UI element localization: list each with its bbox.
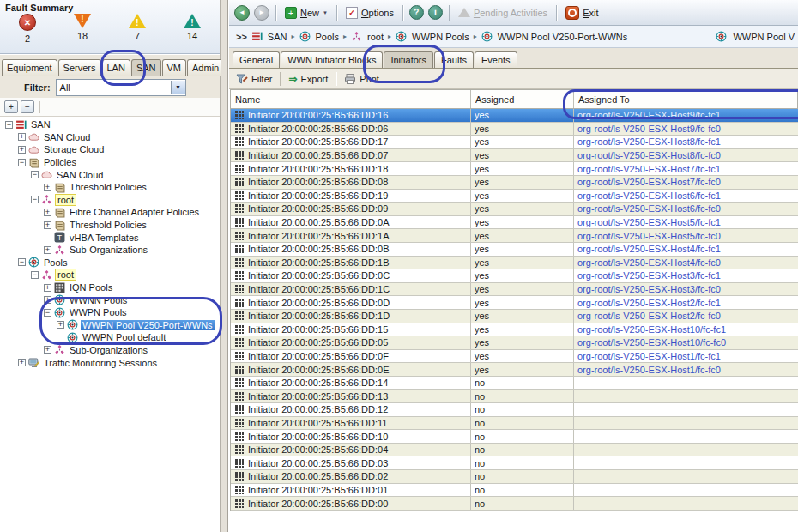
tree-expander-icon[interactable]: − <box>31 271 39 279</box>
tree-expander-icon[interactable]: + <box>44 184 51 191</box>
table-row[interactable]: Initiator 20:00:00:25:B5:66:DD:12no <box>231 403 798 417</box>
table-row[interactable]: Initiator 20:00:00:25:B5:66:DD:06yesorg-… <box>231 123 798 136</box>
cell-assigned-to[interactable]: org-root/ls-V250-ESX-Host3/fc-fc1 <box>574 269 798 282</box>
cell-assigned-to[interactable]: org-root/ls-V250-ESX-Host1/fc-fc0 <box>574 363 798 376</box>
table-row[interactable]: Initiator 20:00:00:25:B5:66:DD:04no <box>231 444 798 457</box>
breadcrumb-item-pools[interactable]: Pools <box>299 31 340 42</box>
new-button[interactable]: + New ▼ <box>282 6 330 20</box>
breadcrumb-item-wwpn-pool-v250-port-wwns[interactable]: WWPN Pool V250-Port-WWNs <box>481 31 628 42</box>
table-row[interactable]: Initiator 20:00:00:25:B5:66:DD:16yesorg-… <box>231 109 798 123</box>
table-row[interactable]: Initiator 20:00:00:25:B5:66:DD:1Dyesorg-… <box>231 310 798 323</box>
options-button[interactable]: ✓ Options <box>343 6 396 20</box>
cell-assigned-to[interactable]: org-root/ls-V250-ESX-Host2/fc-fc1 <box>574 296 798 309</box>
nav-tab-admin[interactable]: Admin <box>187 59 224 76</box>
tree-node-pools[interactable]: −Pools <box>0 257 220 269</box>
tree-expander-icon[interactable]: + <box>18 359 26 366</box>
panel-splitter[interactable] <box>221 0 228 532</box>
breadcrumb-item-root[interactable]: root <box>351 31 384 42</box>
table-row[interactable]: Initiator 20:00:00:25:B5:66:DD:1Ayesorg-… <box>231 229 798 243</box>
tab-general[interactable]: General <box>233 51 280 68</box>
tree-expander-icon[interactable]: + <box>57 321 64 329</box>
tree-node-wwpn-pool-default[interactable]: WWPN Pool default <box>0 331 220 344</box>
tree-expander-icon[interactable]: + <box>44 284 51 292</box>
filter-dropdown[interactable]: All ▼ <box>56 79 186 96</box>
tree-node-san-cloud[interactable]: −SAN Cloud <box>0 168 220 181</box>
tree-expander-icon[interactable]: − <box>18 159 26 166</box>
forward-button[interactable]: ► <box>254 5 269 21</box>
table-row[interactable]: Initiator 20:00:00:25:B5:66:DD:15yesorg-… <box>231 323 798 337</box>
breadcrumb-item-san[interactable]: SAN <box>251 31 287 42</box>
nav-tab-equipment[interactable]: Equipment <box>2 59 57 76</box>
tree-expander-icon[interactable]: − <box>31 196 39 203</box>
table-row[interactable]: Initiator 20:00:00:25:B5:66:DD:19yesorg-… <box>231 190 798 203</box>
tree-node-sub-organizations[interactable]: +Sub-Organizations <box>0 244 220 257</box>
tree-node-wwpn-pool-v250-port-wwns[interactable]: +WWPN Pool V250-Port-WWNs <box>0 319 220 332</box>
tree-expander-icon[interactable]: − <box>44 309 51 317</box>
chevron-down-icon[interactable]: ▼ <box>171 81 185 94</box>
table-row[interactable]: Initiator 20:00:00:25:B5:66:DD:03no <box>231 456 798 470</box>
tree-node-vhba-templates[interactable]: TvHBA Templates <box>0 231 220 244</box>
cell-assigned-to[interactable]: org-root/ls-V250-ESX-Host3/fc-fc0 <box>574 283 798 296</box>
cell-assigned-to[interactable]: org-root/ls-V250-ESX-Host4/fc-fc1 <box>574 243 798 256</box>
tree-node-wwnn-pools[interactable]: +WWNN Pools <box>0 293 220 306</box>
tree-node-sub-organizations[interactable]: +Sub-Organizations <box>0 344 220 357</box>
nav-tab-servers[interactable]: Servers <box>58 59 101 76</box>
cell-assigned-to[interactable]: org-root/ls-V250-ESX-Host5/fc-fc1 <box>574 216 798 229</box>
table-row[interactable]: Initiator 20:00:00:25:B5:66:DD:08yesorg-… <box>231 176 798 190</box>
tree-expander-icon[interactable]: + <box>18 133 26 141</box>
tree-node-storage-cloud[interactable]: +Storage Cloud <box>0 143 220 156</box>
tree-node-wwpn-pools[interactable]: −WWPN Pools <box>0 306 220 319</box>
help-button[interactable]: ? <box>409 5 424 20</box>
table-row[interactable]: Initiator 20:00:00:25:B5:66:DD:18yesorg-… <box>231 162 798 176</box>
tree-expander-icon[interactable]: − <box>31 171 39 178</box>
tab-initiators[interactable]: Initiators <box>384 51 433 68</box>
print-button[interactable]: Print <box>341 71 383 87</box>
table-row[interactable]: Initiator 20:00:00:25:B5:66:DD:05yesorg-… <box>231 336 798 350</box>
tree-node-policies[interactable]: −Policies <box>0 156 220 169</box>
column-header-name[interactable]: Name <box>231 90 471 108</box>
tree-node-san[interactable]: −SAN <box>0 118 220 131</box>
tree-node-san-cloud[interactable]: +SAN Cloud <box>0 131 220 144</box>
cell-assigned-to[interactable]: org-root/ls-V250-ESX-Host9/fc-fc1 <box>574 109 798 122</box>
cell-assigned-to[interactable]: org-root/ls-V250-ESX-Host8/fc-fc1 <box>574 136 798 148</box>
expand-all-button[interactable]: + <box>4 100 18 113</box>
tree-node-iqn-pools[interactable]: +IQN Pools <box>0 281 220 294</box>
table-row[interactable]: Initiator 20:00:00:25:B5:66:DD:17yesorg-… <box>231 136 798 149</box>
export-button[interactable]: ⇒Export <box>285 72 331 86</box>
exit-button[interactable]: Exit <box>563 5 601 21</box>
fault-warning[interactable]: ! 14 <box>165 14 220 44</box>
cell-assigned-to[interactable]: org-root/ls-V250-ESX-Host9/fc-fc0 <box>574 123 798 136</box>
table-row[interactable]: Initiator 20:00:00:25:B5:66:DD:09yesorg-… <box>231 203 798 216</box>
tree-expander-icon[interactable]: − <box>5 121 13 129</box>
tab-wwn-initiator-blocks[interactable]: WWN Initiator Blocks <box>281 51 383 68</box>
filter-button[interactable]: Filter <box>233 71 275 87</box>
table-row[interactable]: Initiator 20:00:00:25:B5:66:DD:1Byesorg-… <box>231 257 798 270</box>
fault-major[interactable]: ! 18 <box>55 14 110 44</box>
cell-assigned-to[interactable]: org-root/ls-V250-ESX-Host7/fc-fc1 <box>574 162 798 175</box>
column-header-assigned[interactable]: Assigned <box>471 90 574 108</box>
table-row[interactable]: Initiator 20:00:00:25:B5:66:DD:1Cyesorg-… <box>231 283 798 297</box>
table-row[interactable]: Initiator 20:00:00:25:B5:66:DD:0Dyesorg-… <box>231 296 798 310</box>
table-row[interactable]: Initiator 20:00:00:25:B5:66:DD:0Cyesorg-… <box>231 269 798 283</box>
cell-assigned-to[interactable]: org-root/ls-V250-ESX-Host1/fc-fc1 <box>574 350 798 363</box>
fault-critical[interactable]: ✕ 2 <box>0 14 55 44</box>
table-row[interactable]: Initiator 20:00:00:25:B5:66:DD:0Fyesorg-… <box>231 350 798 364</box>
cell-assigned-to[interactable]: org-root/ls-V250-ESX-Host6/fc-fc1 <box>574 190 798 203</box>
cell-assigned-to[interactable]: org-root/ls-V250-ESX-Host2/fc-fc0 <box>574 310 798 323</box>
table-row[interactable]: Initiator 20:00:00:25:B5:66:DD:00no <box>231 497 798 511</box>
table-row[interactable]: Initiator 20:00:00:25:B5:66:DD:0Byesorg-… <box>231 243 798 257</box>
tree-node-fibre-channel-adapter-policies[interactable]: +Fibre Channel Adapter Policies <box>0 206 220 219</box>
table-row[interactable]: Initiator 20:00:00:25:B5:66:DD:10no <box>231 430 798 444</box>
tree-expander-icon[interactable]: + <box>44 296 51 304</box>
cell-assigned-to[interactable]: org-root/ls-V250-ESX-Host8/fc-fc0 <box>574 149 798 162</box>
breadcrumb-item-wwpn-pools[interactable]: WWPN Pools <box>396 31 469 42</box>
cell-assigned-to[interactable]: org-root/ls-V250-ESX-Host4/fc-fc0 <box>574 257 798 269</box>
tree-expander-icon[interactable]: + <box>44 209 51 216</box>
back-button[interactable]: ◄ <box>234 5 250 21</box>
table-row[interactable]: Initiator 20:00:00:25:B5:66:DD:01no <box>231 484 798 498</box>
tree-expander-icon[interactable]: + <box>44 246 51 254</box>
cell-assigned-to[interactable]: org-root/ls-V250-ESX-Host6/fc-fc0 <box>574 203 798 215</box>
table-row[interactable]: Initiator 20:00:00:25:B5:66:DD:11no <box>231 417 798 431</box>
cell-assigned-to[interactable]: org-root/ls-V250-ESX-Host5/fc-fc0 <box>574 229 798 242</box>
tree-expander-icon[interactable]: + <box>44 221 51 229</box>
